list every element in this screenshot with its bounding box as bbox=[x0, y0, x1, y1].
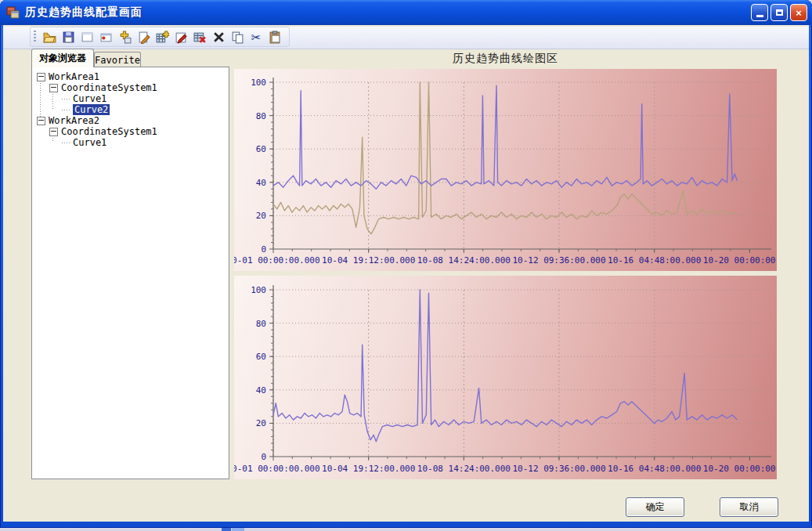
tree-guide bbox=[40, 81, 41, 121]
tree-item-label: Curve2 bbox=[73, 104, 110, 115]
svg-text:60: 60 bbox=[256, 144, 266, 154]
chart-region: 历史趋势曲线绘图区 10-01 00:00:00.00010-04 19:12:… bbox=[234, 49, 777, 484]
tree-item-curve2[interactable]: Curve2 bbox=[32, 104, 229, 115]
svg-text:10-20 00:00:00.000: 10-20 00:00:00.000 bbox=[703, 255, 777, 266]
chart-bottom-panel: 10-01 00:00:00.00010-04 19:12:00.00010-0… bbox=[234, 276, 777, 479]
tree-expander-icon[interactable] bbox=[49, 84, 58, 92]
title-bar[interactable]: 历史趋势曲线配置画面 × bbox=[0, 0, 812, 25]
svg-text:10-12 09:36:00.000: 10-12 09:36:00.000 bbox=[512, 255, 605, 266]
toolbar-grip-handle[interactable] bbox=[34, 31, 36, 43]
svg-text:40: 40 bbox=[256, 385, 266, 396]
tree-item-coordinatesystem1[interactable]: CoordinateSystem1 bbox=[32, 126, 229, 137]
add-table-icon[interactable] bbox=[153, 28, 171, 45]
tree-item-label: WorkArea2 bbox=[49, 115, 99, 126]
svg-text:80: 80 bbox=[256, 111, 266, 121]
svg-text:0: 0 bbox=[261, 244, 266, 255]
ok-button[interactable]: 确定 bbox=[626, 497, 684, 517]
bottom-chart: 10-01 00:00:00.00010-04 19:12:00.00010-0… bbox=[234, 276, 777, 479]
tree-item-workarea2[interactable]: WorkArea2 bbox=[32, 115, 229, 126]
tree-connector bbox=[62, 99, 70, 99]
minimize-button[interactable] bbox=[751, 4, 768, 21]
close-icon: × bbox=[796, 7, 802, 19]
delete-table-icon[interactable] bbox=[190, 28, 209, 45]
svg-text:60: 60 bbox=[256, 352, 266, 362]
tree-item-workarea1[interactable]: WorkArea1 bbox=[32, 71, 229, 82]
cut-icon[interactable]: ✂ bbox=[247, 28, 265, 45]
svg-text:10-20 00:00:00.000: 10-20 00:00:00.000 bbox=[703, 464, 777, 474]
paste-icon[interactable] bbox=[265, 28, 284, 45]
maximize-icon bbox=[776, 9, 783, 16]
cancel-button[interactable]: 取消 bbox=[720, 497, 778, 517]
toolbar: ✂ bbox=[30, 27, 290, 47]
add-item-icon[interactable] bbox=[115, 28, 134, 45]
object-browser-panel: WorkArea1CoordinateSystem1Curve1Curve2Wo… bbox=[31, 67, 229, 479]
delete-icon[interactable] bbox=[209, 28, 228, 45]
minimize-icon bbox=[756, 15, 763, 17]
svg-text:20: 20 bbox=[256, 418, 266, 428]
svg-text:0: 0 bbox=[261, 452, 266, 462]
edit-icon[interactable] bbox=[134, 28, 153, 45]
tree-connector bbox=[62, 110, 70, 110]
tree-connector bbox=[62, 143, 70, 143]
svg-text:10-04 19:12:00.000: 10-04 19:12:00.000 bbox=[322, 464, 415, 474]
save-icon[interactable] bbox=[59, 28, 78, 45]
svg-text:100: 100 bbox=[251, 285, 266, 295]
top-chart: 10-01 00:00:00.00010-04 19:12:00.00010-0… bbox=[234, 69, 777, 271]
svg-text:10-01 00:00:00.000: 10-01 00:00:00.000 bbox=[234, 464, 320, 474]
tree-item-label: Curve1 bbox=[73, 93, 106, 104]
svg-text:20: 20 bbox=[256, 211, 266, 221]
svg-text:10-16 04:48:00.000: 10-16 04:48:00.000 bbox=[608, 464, 701, 474]
tree-item-label: CoordinateSystem1 bbox=[61, 126, 157, 137]
tree-item-label: CoordinateSystem1 bbox=[61, 82, 157, 93]
app-window: 历史趋势曲线配置画面 × bbox=[0, 0, 812, 528]
tab-object-browser[interactable]: 对象浏览器 bbox=[31, 49, 94, 67]
svg-text:80: 80 bbox=[256, 319, 266, 329]
tree-expander-icon[interactable] bbox=[37, 117, 45, 125]
open-icon[interactable] bbox=[40, 28, 59, 45]
tree-item-coordinatesystem1[interactable]: CoordinateSystem1 bbox=[32, 82, 229, 93]
window-title: 历史趋势曲线配置画面 bbox=[25, 5, 143, 20]
chart-top-panel: 10-01 00:00:00.00010-04 19:12:00.00010-0… bbox=[234, 69, 777, 271]
svg-text:10-01 00:00:00.000: 10-01 00:00:00.000 bbox=[234, 255, 320, 266]
svg-text:10-12 09:36:00.000: 10-12 09:36:00.000 bbox=[512, 464, 605, 474]
app-icon bbox=[6, 5, 20, 20]
svg-text:10-08 14:24:00.000: 10-08 14:24:00.000 bbox=[417, 255, 511, 266]
tree-expander-icon[interactable] bbox=[37, 73, 45, 81]
tree-guide bbox=[52, 135, 53, 143]
new-icon[interactable] bbox=[78, 28, 96, 45]
tree-item-label: WorkArea1 bbox=[49, 71, 99, 82]
chart-area-title: 历史趋势曲线绘图区 bbox=[234, 52, 777, 66]
tab-favorite[interactable]: Favorite bbox=[94, 52, 141, 67]
tree-item-curve1[interactable]: Curve1 bbox=[32, 137, 229, 148]
taskbar-fragment bbox=[232, 528, 244, 531]
svg-text:100: 100 bbox=[251, 78, 266, 88]
screen: 历史趋势曲线配置画面 × bbox=[0, 0, 812, 531]
svg-text:10-04 19:12:00.000: 10-04 19:12:00.000 bbox=[322, 255, 415, 266]
svg-text:40: 40 bbox=[256, 178, 266, 188]
edit-form-icon[interactable] bbox=[171, 28, 190, 45]
svg-text:10-16 04:48:00.000: 10-16 04:48:00.000 bbox=[608, 255, 701, 266]
svg-text:10-08 14:24:00.000: 10-08 14:24:00.000 bbox=[417, 464, 511, 474]
tree-expander-icon[interactable] bbox=[49, 128, 58, 136]
tree-item-label: Curve1 bbox=[73, 137, 106, 148]
maximize-button[interactable] bbox=[770, 4, 788, 21]
close-button[interactable]: × bbox=[790, 4, 807, 21]
tree-guide bbox=[52, 92, 53, 110]
taskbar-fragment bbox=[222, 528, 231, 531]
tree-item-curve1[interactable]: Curve1 bbox=[32, 93, 229, 104]
desktop-sliver bbox=[0, 528, 812, 531]
copy-icon[interactable] bbox=[228, 28, 247, 45]
form-icon[interactable] bbox=[96, 28, 115, 45]
tree[interactable]: WorkArea1CoordinateSystem1Curve1Curve2Wo… bbox=[32, 67, 229, 479]
